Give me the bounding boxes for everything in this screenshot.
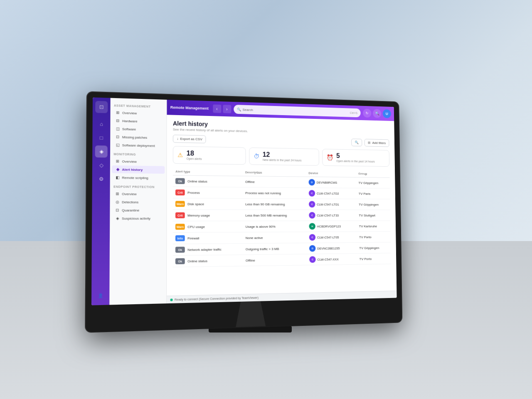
device-dot: D <box>309 245 315 252</box>
monitor-outer: ⊡ ⌂ □ ◈ ◇ ⚙ 👤 ASSET MANAGEMENT ⊞ Overvie… <box>86 92 401 332</box>
severity-badge: Crit <box>175 190 185 195</box>
device-name: CLW-C547-XXX <box>317 257 338 261</box>
clock-icon: ⏱ <box>254 153 259 160</box>
alert-type-text: Network adapter traffic <box>187 247 222 251</box>
sidebar-diamond-icon[interactable]: ◇ <box>95 159 107 171</box>
nav-software-icon: ◫ <box>116 127 120 131</box>
alert-type-text: Process <box>187 191 200 195</box>
recent-alerts-label: Open alerts in the past 14 hours <box>336 160 375 163</box>
nav-overview-monitoring[interactable]: ⊞ Overview <box>112 157 165 165</box>
device-name: CLW-C547-LTD2 <box>317 192 339 195</box>
severity-badge: Info <box>175 235 185 241</box>
nav-suspicious-activity[interactable]: ◈ Suspicious activity <box>111 214 165 222</box>
nav-overview-asset-icon: ⊞ <box>116 111 120 115</box>
monitor-screen: ⊡ ⌂ □ ◈ ◇ ⚙ 👤 ASSET MANAGEMENT ⊞ Overvie… <box>91 97 397 305</box>
description-cell: Process was not running <box>243 187 306 199</box>
alert-type-text: Online status <box>187 259 207 263</box>
nav-suspicious-icon: ◈ <box>115 216 120 220</box>
timer-icon: ⏰ <box>327 154 333 161</box>
search-action-button[interactable]: 🔍 <box>373 109 381 118</box>
add-filters-button[interactable]: ⊟ Add filters <box>365 139 389 147</box>
app-main: Remote Management ‹ › 🔍 Search Ctrl+S ↻ … <box>167 100 397 303</box>
severity-badge: Warn <box>175 224 185 229</box>
description-cell: Less than 500 MB remaining <box>243 209 306 221</box>
device-name: HCBDRVGDP123 <box>317 224 341 228</box>
user-avatar[interactable]: U <box>383 109 391 118</box>
description-cell: Offline <box>243 176 306 188</box>
nav-software[interactable]: ◫ Software <box>112 125 165 133</box>
toolbar-right: 🔍 ⊟ Add filters <box>352 138 389 147</box>
refresh-button[interactable]: ↻ <box>363 108 372 118</box>
open-alerts-label: Open alerts <box>187 157 202 160</box>
sidebar-settings-icon[interactable]: ⚙ <box>95 173 107 185</box>
toolbar-row: ↓ Export as CSV 🔍 ⊟ Add filters <box>173 135 389 147</box>
search-filter-button[interactable]: 🔍 <box>352 138 362 146</box>
alert-type-text: CPU usage <box>187 225 205 229</box>
endpoint-section-title: ENDPOINT PROTECTION <box>110 182 167 190</box>
forward-button[interactable]: › <box>223 105 231 113</box>
severity-badge: Crit <box>175 212 185 218</box>
device-dot: H <box>309 223 315 230</box>
search-bar[interactable]: 🔍 Search Ctrl+S <box>234 105 361 117</box>
nav-alert-history[interactable]: ◈ Alert history <box>112 165 165 174</box>
table-row[interactable]: Crit Memory usage Less than 500 MB remai… <box>173 209 390 221</box>
alert-table: Alert type Description Device Group Ok O… <box>173 168 391 267</box>
col-alert-type: Alert type <box>173 168 243 176</box>
device-dot: C <box>309 212 315 219</box>
table-row[interactable]: Crit Process Process was not running C C… <box>173 187 390 199</box>
group-cell: TV Stuttgart <box>357 210 390 221</box>
sidebar-devices-icon[interactable]: □ <box>95 132 108 144</box>
device-name: CLW-C547-LTD1 <box>317 202 339 206</box>
nav-software-deployment[interactable]: ◱ Software deployment <box>112 141 165 150</box>
status-text: Ready to connect (Secure Connection prov… <box>175 296 259 301</box>
nav-missing-patches-icon: ⊡ <box>116 135 120 139</box>
description-cell: Outgoing traffic > 3 MB <box>243 243 307 255</box>
nav-missing-patches[interactable]: ⊡ Missing patches <box>112 133 165 142</box>
monitor-stand <box>234 301 267 327</box>
table-row[interactable]: Ok Online status Offline C CLW-C547-XXX … <box>173 253 391 267</box>
sidebar-monitoring-icon[interactable]: ◈ <box>95 145 108 158</box>
nav-remote-scripting[interactable]: ◧ Remote scripting <box>112 174 165 182</box>
nav-scripting-icon: ◧ <box>116 175 120 180</box>
device-name: CLW-C547-LT05 <box>317 235 339 239</box>
app-sidebar-icons: ⊡ ⌂ □ ◈ ◇ ⚙ 👤 <box>91 97 111 305</box>
app-nav: ASSET MANAGEMENT ⊞ Overview ⊟ Hardware ◫… <box>109 98 167 305</box>
nav-overview-monitoring-icon: ⊞ <box>116 159 120 163</box>
nav-detections[interactable]: ◎ Detections <box>112 198 165 206</box>
alert-type-text: Firewall <box>187 236 199 240</box>
search-filter-icon: 🔍 <box>355 140 359 144</box>
device-badge: D DEVNB8RCMS <box>309 179 337 186</box>
asset-section-title: ASSET MANAGEMENT <box>111 101 167 110</box>
alert-type-text: Online status <box>187 179 207 183</box>
nav-overview-asset[interactable]: ⊞ Overview <box>112 108 165 118</box>
table-row[interactable]: Warn Disk space Less than 90 GB remainin… <box>173 198 390 210</box>
description-cell: Usage is above 90% <box>243 221 307 232</box>
table-row[interactable]: Ok Online status Offline D DEVNB8RCMS TV… <box>173 175 390 188</box>
device-dot: C <box>309 190 315 197</box>
new-alerts-label: New alerts in the past 24 hours <box>263 158 302 162</box>
nav-quarantine-icon: ⊡ <box>115 208 120 212</box>
device-badge: C CLW-C547-LT05 <box>309 234 339 241</box>
col-device: Device <box>306 170 356 177</box>
nav-hardware[interactable]: ⊟ Hardware <box>112 117 165 126</box>
severity-badge: Warn <box>175 201 185 207</box>
device-badge: C CLW-C547-LT33 <box>309 212 339 219</box>
table-row[interactable]: Warn CPU usage Usage is above 90% H HCBD… <box>173 221 391 233</box>
sidebar-user-icon[interactable]: 👤 <box>94 289 107 302</box>
nav-hardware-icon: ⊟ <box>116 118 120 123</box>
recent-alerts-number: 5 <box>336 153 375 160</box>
alert-type-text: Disk space <box>187 202 204 206</box>
description-cell: Less than 90 GB remaining <box>243 198 306 209</box>
sidebar-home-icon[interactable]: ⌂ <box>95 118 108 131</box>
nav-quarantine[interactable]: ⊡ Quarantine <box>112 206 165 214</box>
group-cell: TV Göppingen <box>356 177 390 189</box>
device-badge: C CLW-C547-LTD2 <box>309 190 339 197</box>
sidebar-logo[interactable]: ⊡ <box>95 101 108 113</box>
description-cell: Offline <box>243 254 307 266</box>
export-csv-button[interactable]: ↓ Export as CSV <box>173 135 206 143</box>
nav-detections-icon: ◎ <box>115 200 120 204</box>
group-cell: TV Göppingen <box>357 242 391 254</box>
back-button[interactable]: ‹ <box>213 104 221 113</box>
nav-deployment-icon: ◱ <box>116 143 120 147</box>
nav-overview-endpoint[interactable]: ⊞ Overview <box>112 190 165 198</box>
